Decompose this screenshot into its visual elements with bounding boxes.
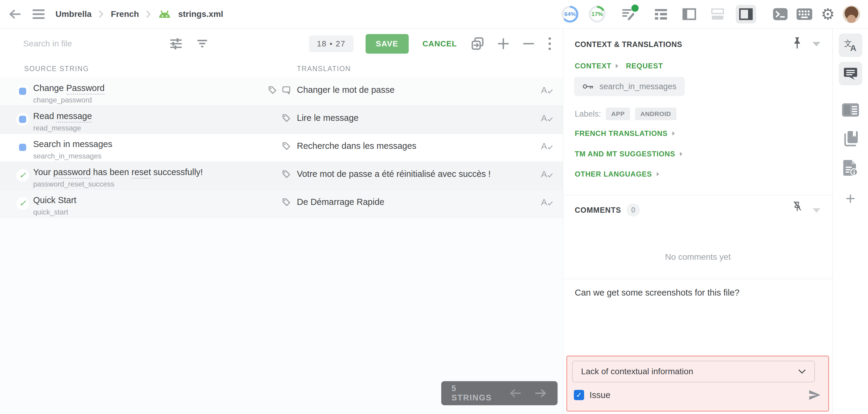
section-french-translations[interactable]: FRENCH TRANSLATIONS	[575, 129, 675, 138]
view-mode-comfortable-button[interactable]	[651, 5, 671, 24]
view-mode-top-bottom-button[interactable]	[707, 5, 728, 24]
send-comment-button[interactable]	[808, 389, 822, 401]
comments-icon	[843, 67, 858, 81]
pin-panel-button[interactable]	[792, 36, 802, 50]
cancel-button[interactable]: CANCEL	[421, 39, 459, 49]
breadcrumb-language[interactable]: French	[111, 9, 139, 19]
prev-page-button[interactable]	[509, 388, 522, 398]
editor-toolbar: 18 • 27 SAVE CANCEL	[0, 29, 563, 59]
view-mode-right-panel-button[interactable]	[736, 5, 756, 24]
string-key-value: search_in_messages	[599, 82, 676, 91]
comment-input[interactable]: Can we get some screenshots for this fil…	[575, 287, 819, 298]
breadcrumb-project[interactable]: Umbrella	[56, 9, 92, 19]
breadcrumb-file[interactable]: strings.xml	[178, 9, 223, 19]
comments-count-badge: 0	[627, 203, 640, 217]
side-by-side-view-icon	[682, 8, 696, 21]
tag-icon[interactable]	[282, 170, 291, 179]
translations-panel-button[interactable]: 文 A	[839, 33, 862, 57]
comment-bubble-icon[interactable]	[282, 86, 291, 95]
file-info-panel-button[interactable]	[843, 159, 858, 176]
issue-report-box: Lack of contextual information Issue	[566, 355, 829, 412]
table-row-selected[interactable]: Search in messages search_in_messages Re…	[0, 134, 563, 162]
panel-divider	[563, 195, 832, 195]
top-bar: Umbrella French strings.xml 64%	[0, 0, 868, 29]
right-panel-view-icon	[739, 8, 753, 21]
context-card-panel-button[interactable]	[841, 103, 860, 117]
check-icon	[548, 201, 553, 206]
string-key: search_in_messages	[33, 152, 101, 160]
article-card-icon	[841, 103, 860, 117]
tag-icon[interactable]	[282, 198, 291, 207]
console-button[interactable]	[772, 7, 788, 21]
tab-context[interactable]: CONTEXT	[575, 62, 619, 70]
avatar[interactable]	[843, 5, 860, 23]
approved-progress-ring[interactable]: 17%	[589, 6, 606, 23]
glossary-term[interactable]: password	[53, 167, 91, 179]
approve-translation-button[interactable]	[541, 141, 553, 151]
source-text: Quick Start	[33, 195, 76, 205]
save-button[interactable]: SAVE	[366, 34, 409, 54]
context-panel: CONTEXT & TRANSLATIONS CONTEXT REQUEST s…	[563, 29, 832, 414]
panel-divider	[563, 279, 832, 279]
table-row[interactable]: ✓ Your password has been reset successfu…	[0, 162, 563, 190]
comments-panel-button[interactable]	[839, 62, 862, 85]
collapse-comments-button[interactable]	[812, 208, 820, 213]
arrow-left-icon	[509, 388, 522, 398]
table-row[interactable]: Change Password change_password Changer …	[0, 78, 563, 106]
translated-progress-ring[interactable]: 64%	[561, 6, 578, 23]
translation-text: Votre mot de passe a été réinitialisé av…	[297, 169, 491, 179]
check-icon	[548, 89, 553, 94]
comments-title: COMMENTS	[575, 206, 621, 215]
tag-icon[interactable]	[282, 114, 291, 123]
more-menu-button[interactable]	[547, 36, 552, 51]
chevron-down-icon	[798, 369, 806, 374]
labels-caption: Labels:	[575, 109, 601, 119]
approved-status-icon: ✓	[16, 197, 29, 210]
approve-translation-button[interactable]	[541, 197, 553, 207]
approve-translation-button[interactable]	[541, 85, 553, 95]
settings-button[interactable]: ⚙	[821, 6, 835, 22]
translation-text: Lire le message	[297, 113, 359, 123]
glossary-panel-button[interactable]	[842, 130, 859, 147]
source-text: Your password has been reset successfull…	[33, 167, 203, 177]
next-page-button[interactable]	[534, 388, 547, 398]
view-mode-side-by-side-button[interactable]	[679, 5, 700, 24]
back-button[interactable]	[8, 7, 22, 21]
table-header: SOURCE STRING TRANSLATION	[0, 59, 563, 78]
copy-source-button[interactable]	[471, 37, 485, 51]
collapse-section-button[interactable]	[812, 42, 820, 46]
advanced-filter-button[interactable]	[170, 38, 182, 50]
add-panel-button[interactable]: +	[845, 190, 855, 207]
filter-strings-button[interactable]	[196, 38, 208, 49]
proofread-icon	[541, 141, 547, 151]
unpin-comments-button[interactable]	[792, 201, 802, 213]
tag-icon[interactable]	[268, 86, 277, 95]
approve-translation-button[interactable]	[541, 169, 553, 179]
glossary-term[interactable]: Password	[66, 83, 104, 95]
glossary-term[interactable]: message	[56, 111, 92, 123]
issue-checkbox[interactable]	[574, 390, 584, 400]
section-other-languages[interactable]: OTHER LANGUAGES	[575, 170, 660, 179]
table-row[interactable]: ✓ Quick Start quick_start De Démarrage R…	[0, 190, 563, 218]
tag-icon[interactable]	[282, 141, 291, 151]
pin-icon	[792, 36, 802, 50]
issue-type-select[interactable]: Lack of contextual information	[572, 361, 815, 382]
search-input[interactable]	[23, 38, 150, 49]
table-row[interactable]: Read message read_message Lire le messag…	[0, 106, 563, 134]
menu-button[interactable]	[33, 9, 44, 19]
proofread-icon	[541, 85, 547, 95]
string-key-chip[interactable]: search_in_messages	[574, 77, 685, 96]
glossary-term[interactable]: reset	[131, 167, 151, 179]
approve-translation-button[interactable]	[541, 113, 553, 123]
draft-translations-button[interactable]	[621, 7, 636, 22]
android-icon	[158, 10, 171, 19]
add-string-button[interactable]	[497, 37, 510, 50]
section-tm-mt-suggestions[interactable]: TM AND MT SUGGESTIONS	[575, 150, 683, 158]
translation-text: Changer le mot de passe	[297, 85, 395, 95]
shortcuts-button[interactable]	[796, 8, 813, 21]
back-arrow-icon	[8, 7, 22, 21]
tab-request[interactable]: REQUEST	[626, 62, 663, 70]
filter-icon	[196, 38, 208, 49]
remove-string-button[interactable]	[522, 37, 535, 50]
panel-switcher-sidebar: 文 A	[832, 29, 868, 414]
